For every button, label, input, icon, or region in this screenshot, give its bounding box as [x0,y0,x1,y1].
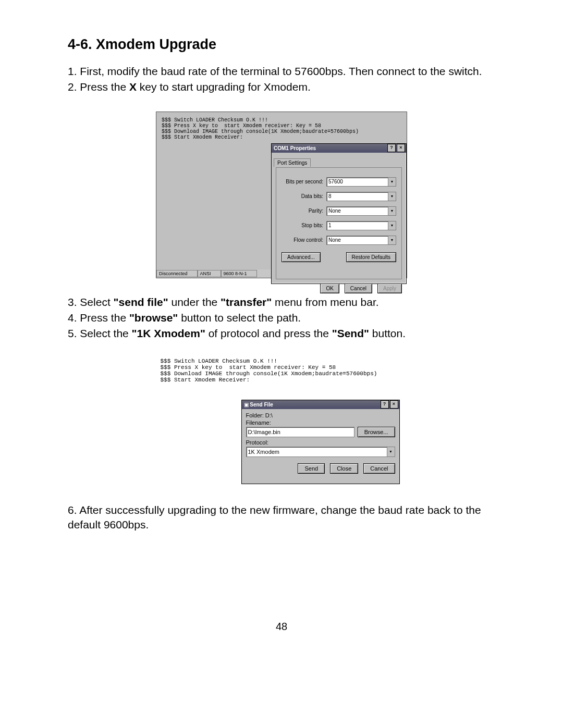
bps-field[interactable]: 57600▼ [326,177,396,187]
help-icon[interactable]: ? [381,400,389,409]
cancel-button[interactable]: Cancel [345,283,372,293]
text: under the [168,296,221,308]
tab-port-settings[interactable]: Port Settings [274,158,311,167]
browse-label: "browse" [129,312,178,324]
protocol-field[interactable]: 1K Xmodem ▼ [246,447,395,457]
dialog-titlebar: ▣ Send File ? × [242,400,399,409]
advanced-button[interactable]: Advanced... [282,252,321,262]
step-4: 4. Press the "browse" button to select t… [68,311,495,325]
text: button to select the path. [178,312,301,324]
step-2: 2. Press the X key to start upgrading fo… [68,80,495,94]
protocol-value: 1K Xmodem [248,449,280,455]
filename-value: D:\Image.bin [248,429,280,435]
close-icon[interactable]: × [397,144,405,152]
status-ansi: ANSI [198,270,221,277]
key-x: X [129,81,137,93]
text: 3. Select [68,296,114,308]
help-icon[interactable]: ? [387,144,396,152]
bps-label: Bits per second: [282,179,326,184]
close-icon[interactable]: × [390,400,398,409]
settings-panel: Bits per second:57600▼ Data bits:8▼ Pari… [276,167,402,279]
databits-value: 8 [328,193,332,199]
terminal-output-2: $$$ Switch LOADER Checksum O.K !!! $$$ P… [161,358,403,383]
text: menu from menu bar. [272,296,378,308]
com-properties-dialog: COM1 Properties ? × Port Settings Bits p… [271,143,407,284]
flow-value: None [328,237,341,243]
text: button. [369,327,406,339]
databits-label: Data bits: [282,193,326,199]
step-5: 5. Select the "1K Xmodem" of protocol an… [68,326,495,341]
chevron-down-icon[interactable]: ▼ [388,221,396,230]
status-bar: Disconnected ANSI 9600 8-N-1 [156,269,271,278]
dialog-title: COM1 Properties [274,145,316,151]
parity-label: Parity: [282,208,326,214]
folder-value: D:\ [265,412,273,418]
databits-field[interactable]: 8▼ [326,192,396,201]
parity-value: None [328,208,341,214]
status-disconnected: Disconnected [156,270,198,277]
send-file-label: "send file" [114,296,168,308]
figure-terminal-com: $$$ Switch LOADER Checksum O.K !!! $$$ P… [156,112,407,278]
chevron-down-icon[interactable]: ▼ [388,178,396,186]
text: key to start upgrading for Xmodem. [137,81,311,93]
stopbits-label: Stop bits: [282,223,326,228]
folder-label: Folder: [246,412,265,418]
ok-button[interactable]: OK [320,283,339,293]
step-1: 1. First, modify the baud rate of the te… [68,64,495,79]
transfer-label: "transfer" [221,296,272,308]
stopbits-value: 1 [328,223,332,228]
flow-field[interactable]: None▼ [326,236,396,245]
text: 5. Select the [68,327,132,339]
figure-send-file: $$$ Switch LOADER Checksum O.K !!! $$$ P… [161,358,403,486]
flow-label: Flow control: [282,237,326,243]
xmodem-label: "1K Xmodem" [132,327,205,339]
dialog-titlebar: COM1 Properties ? × [272,144,406,153]
restore-defaults-button[interactable]: Restore Defaults [346,252,396,262]
status-config: 9600 8-N-1 [221,270,257,277]
chevron-down-icon[interactable]: ▼ [387,447,395,456]
browse-button[interactable]: Browse... [358,427,395,437]
chevron-down-icon[interactable]: ▼ [388,236,396,244]
chevron-down-icon[interactable]: ▼ [388,192,396,201]
filename-field[interactable]: D:\Image.bin [246,427,354,437]
section-heading: 4-6. Xmodem Upgrade [68,36,495,53]
parity-field[interactable]: None▼ [326,206,396,216]
filename-label: Filename: [246,419,395,426]
dialog-title: Send File [250,402,273,408]
text: 4. Press the [68,312,129,324]
protocol-label: Protocol: [246,439,395,446]
stopbits-field[interactable]: 1▼ [326,221,396,230]
step-6: 6. After successfully upgrading to the n… [68,503,495,533]
close-button[interactable]: Close [330,463,358,474]
send-label: "Send" [332,327,369,339]
page-number: 48 [68,621,495,633]
text: 2. Press the [68,81,129,93]
cancel-button[interactable]: Cancel [363,463,395,474]
apply-button[interactable]: Apply [377,283,402,293]
terminal-output: $$$ Switch LOADER Checksum O.K !!! $$$ P… [162,117,359,140]
send-button[interactable]: Send [298,463,325,474]
chevron-down-icon[interactable]: ▼ [388,207,396,215]
send-file-dialog: ▣ Send File ? × Folder: D:\ Filename: D:… [241,400,400,484]
bps-value: 57600 [328,179,343,184]
text: of protocol and press the [205,327,332,339]
